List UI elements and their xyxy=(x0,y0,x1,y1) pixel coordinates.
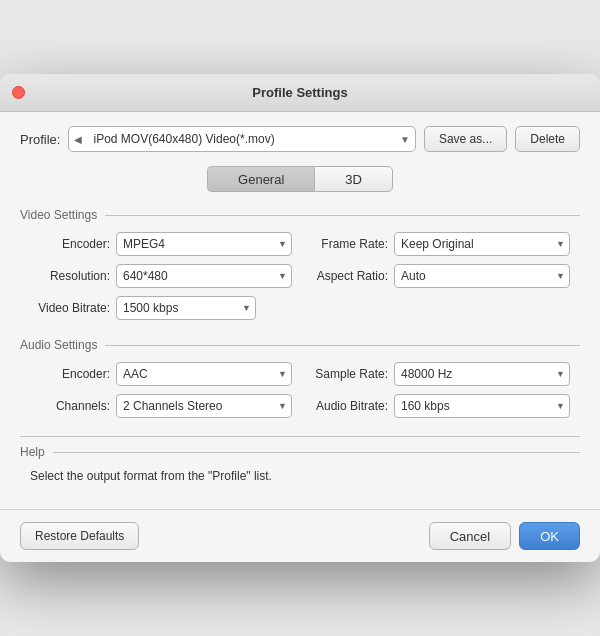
save-as-button[interactable]: Save as... xyxy=(424,126,507,152)
sample-rate-row: Sample Rate: 48000 Hz ▼ xyxy=(308,362,570,386)
audio-bitrate-select-wrapper: 160 kbps ▼ xyxy=(394,394,570,418)
audio-bitrate-select[interactable]: 160 kbps xyxy=(394,394,570,418)
video-settings-grid: Encoder: MPEG4 ▼ Frame Rate: Keep Origin… xyxy=(20,232,580,288)
audio-settings-header: Audio Settings xyxy=(20,338,580,352)
ok-button[interactable]: OK xyxy=(519,522,580,550)
channels-row: Channels: 2 Channels Stereo ▼ xyxy=(30,394,292,418)
bottom-bar: Restore Defaults Cancel OK xyxy=(0,509,600,562)
audio-settings-section: Audio Settings Encoder: AAC ▼ Sample xyxy=(20,338,580,418)
aspect-ratio-label: Aspect Ratio: xyxy=(308,269,388,283)
sample-rate-select[interactable]: 48000 Hz xyxy=(394,362,570,386)
profile-label: Profile: xyxy=(20,132,60,147)
window-title: Profile Settings xyxy=(252,85,347,100)
video-settings-section: Video Settings Encoder: MPEG4 ▼ Fram xyxy=(20,208,580,320)
encoder-label: Encoder: xyxy=(30,237,110,251)
frame-rate-select-wrapper: Keep Original ▼ xyxy=(394,232,570,256)
video-settings-header: Video Settings xyxy=(20,208,580,222)
tab-general[interactable]: General xyxy=(207,166,314,192)
resolution-label: Resolution: xyxy=(30,269,110,283)
help-section: Help Select the output format from the "… xyxy=(20,436,580,485)
profile-select[interactable]: iPod MOV(640x480) Video(*.mov) xyxy=(68,126,415,152)
channels-select-wrapper: 2 Channels Stereo ▼ xyxy=(116,394,292,418)
encoder-select-wrapper: MPEG4 ▼ xyxy=(116,232,292,256)
audio-bitrate-row: Audio Bitrate: 160 kbps ▼ xyxy=(308,394,570,418)
video-bitrate-select-wrapper: 1500 kbps ▼ xyxy=(116,296,256,320)
tabs-row: General 3D xyxy=(20,166,580,192)
help-content: Select the output format from the "Profi… xyxy=(20,467,580,485)
help-line xyxy=(53,452,580,453)
profile-settings-window: Profile Settings Profile: ◀ iPod MOV(640… xyxy=(0,74,600,562)
frame-rate-select[interactable]: Keep Original xyxy=(394,232,570,256)
video-bitrate-select[interactable]: 1500 kbps xyxy=(116,296,256,320)
sample-rate-label: Sample Rate: xyxy=(308,367,388,381)
audio-bitrate-label: Audio Bitrate: xyxy=(308,399,388,413)
video-bitrate-label: Video Bitrate: xyxy=(30,301,110,315)
video-bitrate-row: Video Bitrate: 1500 kbps ▼ xyxy=(20,296,580,320)
audio-settings-title: Audio Settings xyxy=(20,338,105,352)
encoder-select[interactable]: MPEG4 xyxy=(116,232,292,256)
resolution-row: Resolution: 640*480 ▼ xyxy=(30,264,292,288)
audio-settings-line xyxy=(105,345,580,346)
cancel-button[interactable]: Cancel xyxy=(429,522,511,550)
title-bar: Profile Settings xyxy=(0,74,600,112)
tab-3d[interactable]: 3D xyxy=(314,166,393,192)
audio-encoder-row: Encoder: AAC ▼ xyxy=(30,362,292,386)
audio-settings-grid: Encoder: AAC ▼ Sample Rate: 48000 Hz xyxy=(20,362,580,418)
encoder-row: Encoder: MPEG4 ▼ xyxy=(30,232,292,256)
close-button[interactable] xyxy=(12,86,25,99)
frame-rate-row: Frame Rate: Keep Original ▼ xyxy=(308,232,570,256)
profile-row: Profile: ◀ iPod MOV(640x480) Video(*.mov… xyxy=(20,126,580,152)
aspect-ratio-select[interactable]: Auto xyxy=(394,264,570,288)
bottom-right-buttons: Cancel OK xyxy=(429,522,580,550)
video-settings-line xyxy=(105,215,580,216)
restore-defaults-button[interactable]: Restore Defaults xyxy=(20,522,139,550)
aspect-ratio-select-wrapper: Auto ▼ xyxy=(394,264,570,288)
audio-encoder-label: Encoder: xyxy=(30,367,110,381)
video-settings-title: Video Settings xyxy=(20,208,105,222)
channels-label: Channels: xyxy=(30,399,110,413)
channels-select[interactable]: 2 Channels Stereo xyxy=(116,394,292,418)
frame-rate-label: Frame Rate: xyxy=(308,237,388,251)
main-content: Profile: ◀ iPod MOV(640x480) Video(*.mov… xyxy=(0,112,600,509)
resolution-select-wrapper: 640*480 ▼ xyxy=(116,264,292,288)
audio-encoder-select-wrapper: AAC ▼ xyxy=(116,362,292,386)
resolution-select[interactable]: 640*480 xyxy=(116,264,292,288)
help-header: Help xyxy=(20,445,580,459)
profile-select-wrapper: ◀ iPod MOV(640x480) Video(*.mov) ▼ xyxy=(68,126,415,152)
aspect-ratio-row: Aspect Ratio: Auto ▼ xyxy=(308,264,570,288)
audio-encoder-select[interactable]: AAC xyxy=(116,362,292,386)
help-title: Help xyxy=(20,445,53,459)
sample-rate-select-wrapper: 48000 Hz ▼ xyxy=(394,362,570,386)
delete-button[interactable]: Delete xyxy=(515,126,580,152)
